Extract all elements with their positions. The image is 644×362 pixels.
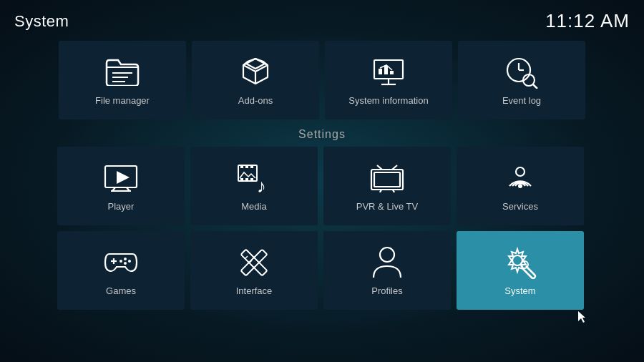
services-label: Services	[502, 201, 538, 212]
media-label: Media	[241, 201, 266, 212]
player-label: Player	[108, 201, 135, 212]
svg-line-45	[245, 256, 248, 258]
svg-marker-3	[243, 59, 268, 72]
menu-item-add-ons[interactable]: Add-ons	[192, 41, 319, 119]
settings-item-services[interactable]: Services	[457, 147, 584, 225]
svg-line-15	[533, 84, 537, 89]
add-ons-label: Add-ons	[238, 95, 273, 106]
settings-title: Settings	[0, 128, 644, 141]
svg-rect-26	[245, 178, 248, 181]
svg-point-40	[128, 260, 131, 263]
menu-item-event-log[interactable]: Event log	[458, 41, 585, 119]
settings-grid: Player	[0, 147, 644, 310]
svg-rect-10	[390, 71, 394, 74]
person-icon	[370, 245, 404, 280]
svg-rect-34	[374, 172, 400, 187]
pvr-live-tv-label: PVR & Live TV	[356, 201, 418, 212]
settings-item-interface[interactable]: Interface	[190, 231, 318, 310]
svg-rect-23	[245, 165, 248, 168]
gear-wrench-icon	[503, 245, 537, 280]
svg-rect-24	[250, 165, 253, 168]
settings-item-pvr-live-tv[interactable]: PVR & Live TV	[323, 147, 451, 225]
clock: 11:12 AM	[545, 10, 630, 32]
box-icon	[238, 55, 273, 89]
tv-icon	[370, 161, 404, 195]
settings-item-system[interactable]: System	[457, 231, 584, 310]
svg-point-35	[518, 184, 522, 188]
app-title: System	[14, 12, 69, 31]
svg-point-36	[516, 167, 525, 176]
settings-section: Settings Player	[0, 128, 644, 310]
podcast-icon	[503, 161, 537, 195]
top-bar: System 11:12 AM	[0, 0, 644, 38]
clock-search-icon	[504, 55, 539, 89]
gamepad-icon	[104, 245, 138, 280]
settings-item-profiles[interactable]: Profiles	[323, 231, 451, 310]
svg-rect-8	[379, 69, 382, 74]
media-icon: ♪	[237, 161, 271, 195]
top-items-row: File manager Add-ons	[0, 41, 644, 119]
profiles-label: Profiles	[371, 285, 402, 296]
mouse-cursor	[578, 311, 585, 323]
svg-text:♪: ♪	[257, 175, 266, 194]
svg-rect-22	[240, 165, 243, 168]
menu-item-file-manager[interactable]: File manager	[59, 41, 186, 119]
svg-point-42	[119, 260, 122, 263]
games-label: Games	[106, 285, 136, 296]
settings-row-2: Games Interface	[57, 231, 587, 310]
play-screen-icon	[104, 161, 138, 195]
pencil-ruler-icon	[237, 245, 271, 280]
svg-rect-44	[241, 249, 268, 275]
file-manager-label: File manager	[95, 95, 150, 106]
svg-marker-50	[578, 311, 585, 323]
menu-item-system-information[interactable]: System information	[325, 41, 452, 119]
svg-rect-25	[240, 178, 243, 181]
folder-icon	[105, 55, 140, 89]
svg-point-47	[380, 248, 394, 262]
event-log-label: Event log	[502, 95, 541, 106]
settings-item-player[interactable]: Player	[57, 147, 185, 225]
interface-label: Interface	[236, 285, 273, 296]
system-information-label: System information	[348, 95, 428, 106]
settings-item-games[interactable]: Games	[57, 231, 185, 310]
svg-rect-27	[250, 178, 253, 181]
svg-point-41	[124, 262, 127, 265]
svg-rect-43	[241, 249, 268, 275]
svg-point-39	[124, 258, 127, 260]
svg-rect-9	[384, 66, 388, 74]
svg-marker-20	[117, 171, 130, 184]
system-label: System	[504, 285, 535, 296]
settings-row-1: Player	[57, 147, 587, 225]
settings-item-media[interactable]: ♪ Media	[190, 147, 318, 225]
presentation-icon	[371, 55, 406, 89]
